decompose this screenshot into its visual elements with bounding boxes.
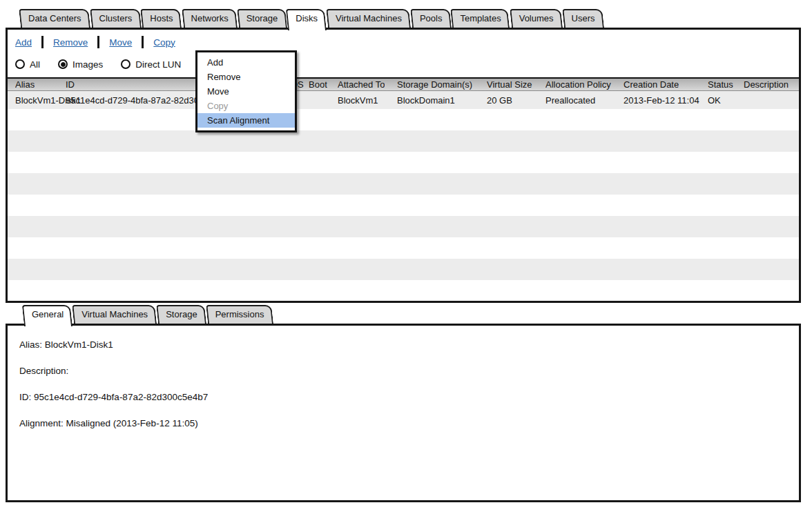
- radio-label: All: [30, 59, 40, 70]
- radio-label: Images: [72, 59, 103, 70]
- tab-clusters[interactable]: Clusters: [92, 9, 142, 28]
- column-header-virtual-size[interactable]: Virtual Size: [487, 79, 532, 90]
- move-button[interactable]: Move: [109, 37, 132, 48]
- tab-label: Pools: [420, 13, 443, 23]
- detail-alias: Alias: BlockVm1-Disk1: [19, 339, 113, 350]
- tab-label: Virtual Machines: [81, 309, 148, 319]
- tab-networks[interactable]: Networks: [184, 9, 238, 28]
- column-header-description[interactable]: Description: [744, 79, 789, 90]
- tab-templates[interactable]: Templates: [452, 9, 510, 28]
- tab-label: Volumes: [519, 13, 554, 23]
- detail-tab-storage[interactable]: Storage: [158, 305, 206, 324]
- detail-alias-label: Alias:: [19, 339, 42, 350]
- tab-label: Clusters: [99, 13, 133, 23]
- context-menu-item-move[interactable]: Move: [197, 84, 295, 99]
- detail-tab-virtual-machines[interactable]: Virtual Machines: [74, 305, 157, 324]
- column-header-storage-domains[interactable]: Storage Domain(s): [397, 79, 472, 90]
- detail-alignment-label: Alignment:: [19, 418, 64, 428]
- cell-allocation-policy: Preallocated: [545, 91, 595, 109]
- tab-data-centers[interactable]: Data Centers: [21, 9, 90, 28]
- tab-label: Disks: [296, 13, 318, 23]
- toolbar-separator: [41, 36, 44, 48]
- column-header-id[interactable]: ID: [66, 79, 75, 90]
- detail-alias-value: BlockVm1-Disk1: [45, 339, 113, 350]
- tab-disks[interactable]: Disks: [288, 9, 327, 28]
- remove-button[interactable]: Remove: [53, 37, 88, 48]
- tab-label: General: [32, 309, 64, 319]
- add-button[interactable]: Add: [15, 37, 32, 48]
- tab-label: Networks: [191, 13, 229, 23]
- column-header-allocation-policy[interactable]: Allocation Policy: [545, 79, 611, 90]
- radio-option-images[interactable]: Images: [58, 59, 103, 70]
- tab-storage[interactable]: Storage: [239, 9, 287, 28]
- detail-tab-general[interactable]: General: [24, 305, 72, 324]
- radio-option-all[interactable]: All: [15, 59, 40, 70]
- column-header-attached-to[interactable]: Attached To: [338, 79, 385, 90]
- detail-description: Description:: [19, 366, 68, 376]
- tab-volumes[interactable]: Volumes: [512, 9, 563, 28]
- tab-label: Users: [572, 13, 595, 23]
- tab-users[interactable]: Users: [564, 9, 604, 28]
- disks-grid-header: Alias ID OS Boot Attached To Storage Dom…: [8, 77, 799, 91]
- context-menu-item-remove[interactable]: Remove: [197, 70, 295, 84]
- column-header-creation-date[interactable]: Creation Date: [624, 79, 679, 90]
- tab-pools[interactable]: Pools: [412, 9, 452, 28]
- detail-tab-bar: General Virtual Machines Storage Permiss…: [24, 305, 274, 324]
- cell-virtual-size: 20 GB: [487, 91, 512, 109]
- disks-toolbar: Add Remove Move Copy: [15, 34, 175, 50]
- tab-label: Templates: [460, 13, 501, 23]
- tab-label: Data Centers: [28, 13, 81, 23]
- disk-context-menu: Add Remove Move Copy Scan Alignment: [195, 50, 297, 132]
- empty-grid-rows: [8, 109, 799, 301]
- tab-hosts[interactable]: Hosts: [142, 9, 182, 28]
- toolbar-separator: [97, 36, 99, 48]
- context-menu-item-scan-alignment[interactable]: Scan Alignment: [197, 113, 295, 128]
- column-header-boot[interactable]: Boot: [309, 79, 327, 90]
- tab-label: Storage: [166, 309, 197, 319]
- cell-storage-domains: BlockDomain1: [397, 91, 455, 109]
- radio-label: Direct LUN: [135, 59, 181, 70]
- table-row[interactable]: BlockVm1-Disk1 95c1e4cd-d729-4bfa-87a2-8…: [8, 91, 799, 109]
- detail-id-label: ID:: [19, 392, 31, 402]
- cell-creation-date: 2013-Feb-12 11:04: [624, 91, 699, 109]
- tab-virtual-machines[interactable]: Virtual Machines: [328, 9, 411, 28]
- context-menu-item-copy: Copy: [197, 99, 295, 113]
- column-header-alias[interactable]: Alias: [15, 79, 35, 90]
- detail-alignment: Alignment: Misaligned (2013-Feb-12 11:05…: [19, 418, 198, 428]
- tab-label: Hosts: [150, 13, 173, 23]
- radio-selected-icon[interactable]: [58, 59, 68, 69]
- tab-label: Permissions: [215, 309, 264, 319]
- detail-tab-permissions[interactable]: Permissions: [208, 305, 273, 324]
- detail-id-value: 95c1e4cd-d729-4bfa-87a2-82d300c5e4b7: [34, 392, 208, 402]
- detail-description-label: Description:: [19, 366, 68, 376]
- main-tab-bar: Data Centers Clusters Hosts Networks Sto…: [21, 9, 606, 28]
- disks-management-screen: Data Centers Clusters Hosts Networks Sto…: [0, 0, 812, 514]
- radio-unselected-icon[interactable]: [15, 59, 25, 69]
- detail-id: ID: 95c1e4cd-d729-4bfa-87a2-82d300c5e4b7: [19, 392, 208, 402]
- toolbar-separator: [142, 36, 144, 48]
- tab-label: Virtual Machines: [336, 13, 402, 23]
- context-menu-item-add[interactable]: Add: [197, 55, 295, 70]
- copy-button[interactable]: Copy: [153, 37, 175, 48]
- disks-main-panel: Add Remove Move Copy All Images Direct L…: [6, 28, 801, 303]
- disk-type-filter: All Images Direct LUN: [15, 57, 181, 71]
- radio-unselected-icon[interactable]: [121, 59, 130, 69]
- tab-label: Storage: [246, 13, 278, 23]
- cell-attached-to: BlockVm1: [338, 91, 378, 109]
- cell-status: OK: [708, 91, 721, 109]
- radio-option-direct-lun[interactable]: Direct LUN: [121, 59, 181, 70]
- general-detail-panel: Alias: BlockVm1-Disk1 Description: ID: 9…: [6, 324, 801, 502]
- column-header-status[interactable]: Status: [708, 79, 733, 90]
- detail-alignment-value: Misaligned (2013-Feb-12 11:05): [66, 418, 198, 428]
